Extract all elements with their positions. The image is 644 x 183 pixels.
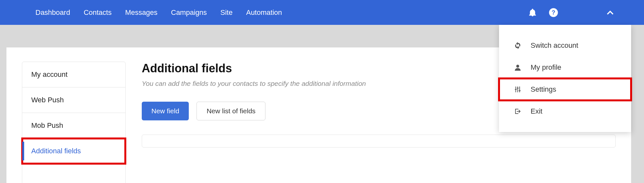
nav-site[interactable]: Site <box>220 8 233 17</box>
sidebar-item-web-push[interactable]: Web Push <box>22 87 125 113</box>
svg-text:?: ? <box>552 9 555 16</box>
dropdown-switch-account[interactable]: Switch account <box>499 35 631 56</box>
sidebar-item-label: Additional fields <box>31 147 81 155</box>
new-list-of-fields-button[interactable]: New list of fields <box>197 102 265 120</box>
nav-messages[interactable]: Messages <box>125 8 157 17</box>
dropdown-my-profile[interactable]: My profile <box>499 56 631 78</box>
dropdown-item-label: Settings <box>531 85 556 94</box>
sidebar-item-label: Web Push <box>31 96 64 104</box>
exit-icon <box>513 107 522 116</box>
dropdown-item-label: My profile <box>531 63 561 72</box>
topbar: Dashboard Contacts Messages Campaigns Si… <box>0 0 644 25</box>
dropdown-exit[interactable]: Exit <box>499 100 631 122</box>
nav-contacts[interactable]: Contacts <box>84 8 112 17</box>
user-icon <box>513 63 522 72</box>
topnav: Dashboard Contacts Messages Campaigns Si… <box>35 8 282 17</box>
refresh-icon <box>513 41 522 50</box>
account-dropdown: Switch account My profile Settings Exit <box>499 25 631 132</box>
sidebar-item-label: Mob Push <box>31 121 63 129</box>
chevron-up-icon[interactable] <box>605 8 615 17</box>
nav-dashboard[interactable]: Dashboard <box>35 8 70 17</box>
sidebar-item-my-account[interactable]: My account <box>22 62 125 87</box>
nav-campaigns[interactable]: Campaigns <box>171 8 207 17</box>
topbar-right: ? <box>528 0 644 25</box>
dropdown-item-label: Switch account <box>531 41 578 50</box>
sliders-icon <box>513 85 522 94</box>
bell-icon[interactable] <box>528 8 537 17</box>
svg-point-2 <box>516 65 519 68</box>
settings-sidebar: My account Web Push Mob Push Additional … <box>22 62 126 183</box>
nav-automation[interactable]: Automation <box>246 8 282 17</box>
sidebar-item-additional-fields[interactable]: Additional fields <box>22 138 125 164</box>
new-field-button[interactable]: New field <box>142 102 189 120</box>
sidebar-item-label: My account <box>31 70 68 78</box>
fields-panel <box>142 135 616 147</box>
dropdown-settings[interactable]: Settings <box>499 78 631 100</box>
help-icon[interactable]: ? <box>549 8 558 17</box>
dropdown-item-label: Exit <box>531 107 543 116</box>
sidebar-item-mob-push[interactable]: Mob Push <box>22 113 125 138</box>
